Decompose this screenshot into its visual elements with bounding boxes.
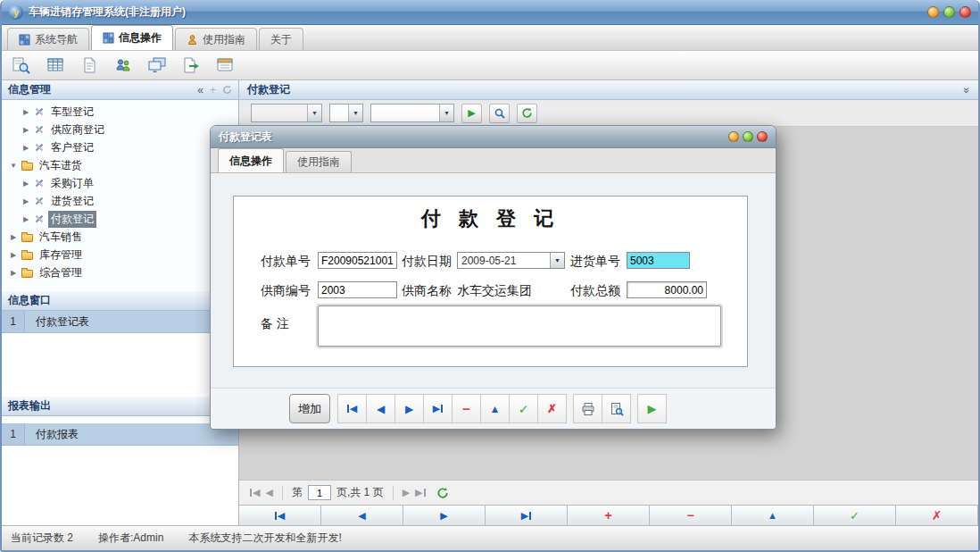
tab-system-nav[interactable]: 系统导航 <box>7 28 89 50</box>
record-delete-button[interactable]: − <box>650 506 732 525</box>
tree-item-payment-reg[interactable]: ▶付款登记 <box>2 210 238 228</box>
first-page-button[interactable]: ◀ <box>250 487 260 498</box>
collapse-arrow-icon[interactable]: ▼ <box>9 162 18 170</box>
refresh-icon[interactable] <box>222 85 232 95</box>
record-next-button[interactable]: ▶ <box>403 506 486 525</box>
edit-record-button[interactable]: ▲ <box>480 394 510 423</box>
print-button[interactable] <box>573 394 602 423</box>
collapse-sidebar-icon[interactable]: « <box>197 84 203 96</box>
filter-field-select[interactable]: ▼ <box>251 104 322 122</box>
list-item[interactable]: 1 付款登记表 <box>2 311 238 333</box>
record-first-button[interactable]: ◀ <box>239 506 321 525</box>
tree-item-purchase-order[interactable]: ▶采购订单 <box>2 174 238 192</box>
run-query-button[interactable]: ▶ <box>461 104 482 123</box>
print-preview-button[interactable] <box>602 394 631 423</box>
sidebar: 信息管理 « + ▶车型登记 ▶供应商登记 ▶客户登记 ▼汽车进货 <box>2 80 239 525</box>
add-icon[interactable]: + <box>210 84 216 96</box>
expand-arrow-icon[interactable]: ▶ <box>9 269 18 277</box>
export-button[interactable] <box>179 54 203 78</box>
filter-row: ▼ ▼ ▼ ▶ <box>239 100 978 127</box>
prev-record-button[interactable]: ◀ <box>366 394 395 423</box>
expand-arrow-icon[interactable]: ▶ <box>21 144 30 152</box>
expand-arrow-icon[interactable]: ▶ <box>21 215 30 223</box>
nav-tree: ▶车型登记 ▶供应商登记 ▶客户登记 ▼汽车进货 ▶采购订单 ▶进货登记 <box>2 100 238 291</box>
last-page-button[interactable]: ▶ <box>415 487 425 498</box>
expand-arrow-icon[interactable]: ▶ <box>21 108 30 116</box>
expand-arrow-icon[interactable]: ▶ <box>9 251 18 259</box>
tree-item-vehicle-model[interactable]: ▶车型登记 <box>2 103 238 121</box>
main-panel-header: 付款登记 » <box>239 80 978 100</box>
next-page-button[interactable]: ▶ <box>403 487 410 498</box>
add-record-button[interactable]: 增加 <box>289 394 330 423</box>
last-record-button[interactable]: ▶ <box>423 394 453 423</box>
tab-info-operation[interactable]: 信息操作 <box>91 25 173 50</box>
dialog-maximize-button[interactable] <box>743 131 753 142</box>
maximize-button[interactable] <box>943 6 955 18</box>
payment-no-input[interactable] <box>318 252 397 269</box>
minimize-button[interactable] <box>927 6 939 18</box>
chevron-down-icon: ▼ <box>439 105 453 121</box>
operator-label: 操作者:Admin <box>98 531 163 546</box>
tree-folder-general[interactable]: ▶综合管理 <box>2 263 238 281</box>
expand-arrow-icon[interactable]: ▶ <box>21 126 30 134</box>
remark-textarea[interactable] <box>318 305 721 347</box>
expand-arrow-icon[interactable]: ▶ <box>21 197 30 205</box>
supplier-code-input[interactable] <box>318 281 397 298</box>
record-cancel-button[interactable]: ✗ <box>896 506 978 525</box>
grid-icon <box>103 32 114 44</box>
expand-arrow-icon[interactable]: ▶ <box>9 233 18 241</box>
report-output-title: 报表输出 <box>8 398 51 414</box>
main-tabbar: 系统导航 信息操作 使用指南 关于 <box>2 25 978 51</box>
dialog-minimize-button[interactable] <box>728 131 739 142</box>
tree-item-customer-reg[interactable]: ▶客户登记 <box>2 138 238 156</box>
tree-folder-inventory[interactable]: ▶库存管理 <box>2 246 238 263</box>
prev-page-button[interactable]: ◀ <box>265 487 272 498</box>
cancel-button[interactable]: ✗ <box>537 394 567 423</box>
search-button[interactable] <box>489 104 510 123</box>
table-button[interactable] <box>43 54 67 78</box>
total-amount-input[interactable] <box>627 281 707 298</box>
chevron-down-icon[interactable]: ▼ <box>550 253 564 268</box>
tree-folder-car-purchase[interactable]: ▼汽车进货 <box>2 156 238 174</box>
record-last-button[interactable]: ▶ <box>486 506 568 525</box>
next-record-button[interactable]: ▶ <box>394 394 424 423</box>
tree-folder-car-sales[interactable]: ▶汽车销售 <box>2 228 238 246</box>
purchase-no-input[interactable] <box>627 252 690 269</box>
tab-about[interactable]: 关于 <box>259 28 303 50</box>
payment-date-select[interactable]: 2009-05-21 ▼ <box>457 252 565 269</box>
total-amount-label: 付款总额 <box>570 281 620 299</box>
tool-icon <box>34 142 45 153</box>
delete-record-button[interactable]: − <box>452 394 481 423</box>
users-icon <box>114 56 132 74</box>
users-button[interactable] <box>111 54 135 78</box>
tree-item-purchase-reg[interactable]: ▶进货登记 <box>2 192 238 210</box>
record-confirm-button[interactable]: ✓ <box>814 506 896 525</box>
tab-label: 系统导航 <box>35 32 78 47</box>
filter-operator-select[interactable]: ▼ <box>329 104 363 122</box>
dialog-tab-info-operation[interactable]: 信息操作 <box>218 148 284 172</box>
dialog-tab-user-guide[interactable]: 使用指南 <box>286 151 352 172</box>
collapse-panel-icon[interactable]: » <box>961 87 974 93</box>
reload-button[interactable] <box>436 487 449 499</box>
dialog-window-controls <box>728 131 768 142</box>
record-prev-button[interactable]: ◀ <box>321 506 403 525</box>
document-button[interactable] <box>77 54 101 78</box>
record-nav-row: ◀ ◀ ▶ ▶ + − ▲ ✓ ✗ <box>239 505 978 525</box>
run-report-button[interactable]: ▶ <box>637 394 667 423</box>
dialog-close-button[interactable] <box>757 131 768 142</box>
tree-item-supplier-reg[interactable]: ▶供应商登记 <box>2 121 238 138</box>
refresh-button[interactable] <box>517 104 537 123</box>
monitors-button[interactable] <box>145 54 169 78</box>
page-number-input[interactable] <box>308 485 331 500</box>
record-add-button[interactable]: + <box>568 506 650 525</box>
search-doc-button[interactable] <box>9 54 33 78</box>
report-window-button[interactable] <box>212 54 237 78</box>
record-edit-button[interactable]: ▲ <box>732 506 814 525</box>
list-item[interactable]: 1 付款报表 <box>2 423 238 446</box>
close-button[interactable] <box>959 6 971 18</box>
confirm-button[interactable]: ✓ <box>509 394 538 423</box>
filter-value-select[interactable]: ▼ <box>370 104 454 122</box>
expand-arrow-icon[interactable]: ▶ <box>21 180 30 188</box>
tab-user-guide[interactable]: 使用指南 <box>175 28 257 50</box>
first-record-button[interactable]: ◀ <box>337 394 367 423</box>
